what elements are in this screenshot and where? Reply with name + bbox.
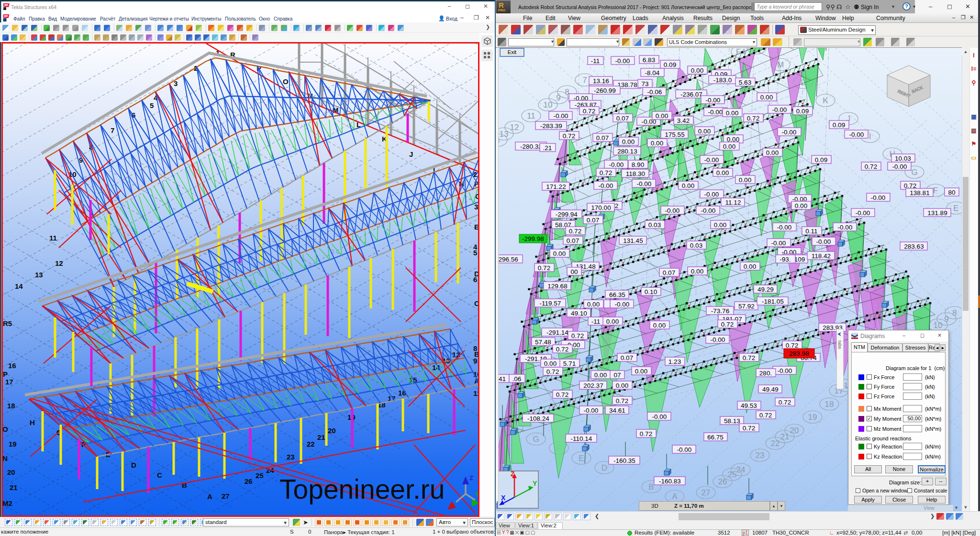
svg-text:0.72: 0.72 — [546, 368, 559, 375]
svg-text:-0.00: -0.00 — [665, 207, 680, 214]
svg-text:0.00: 0.00 — [682, 182, 694, 189]
svg-text:23: 23 — [756, 451, 765, 460]
svg-text:131.45: 131.45 — [623, 237, 643, 244]
svg-text:8.90: 8.90 — [632, 161, 644, 168]
svg-text:-181.05: -181.05 — [762, 298, 784, 305]
svg-text:0.07: 0.07 — [596, 134, 609, 142]
svg-text:11.12: 11.12 — [725, 199, 741, 206]
svg-text:-0.00: -0.00 — [772, 106, 787, 113]
svg-text:0.09: 0.09 — [664, 61, 676, 68]
svg-text:57.48: 57.48 — [535, 339, 551, 346]
svg-text:0.72: 0.72 — [600, 169, 612, 176]
svg-text:-0.00: -0.00 — [849, 131, 864, 138]
svg-text:-0.00: -0.00 — [871, 194, 886, 201]
svg-text:0.09: 0.09 — [833, 121, 845, 129]
svg-text:171.22: 171.22 — [546, 183, 566, 190]
svg-text:34.61: 34.61 — [609, 407, 625, 414]
svg-text:0.00: 0.00 — [723, 143, 735, 150]
svg-text:-0.00: -0.00 — [706, 97, 721, 104]
svg-text:0.07: 0.07 — [616, 115, 629, 122]
svg-text:-0.00: -0.00 — [856, 209, 870, 217]
svg-text:-280.32: -280.32 — [520, 143, 542, 150]
svg-text:0.07: 0.07 — [587, 217, 599, 224]
svg-text:19: 19 — [808, 413, 817, 422]
svg-text:-0.00: -0.00 — [615, 301, 630, 308]
svg-text:1.23: 1.23 — [668, 358, 681, 365]
svg-text:-0.00: -0.00 — [704, 191, 719, 198]
svg-text:131.89: 131.89 — [927, 209, 947, 217]
svg-text:0.72: 0.72 — [583, 108, 595, 115]
svg-text:27: 27 — [702, 488, 711, 497]
svg-text:0.03: 0.03 — [648, 221, 661, 229]
svg-text:-0.00: -0.00 — [584, 407, 599, 414]
svg-text:E: E — [953, 204, 958, 213]
svg-text:12: 12 — [510, 123, 519, 132]
svg-text:0.10: 0.10 — [645, 288, 657, 295]
svg-text:-93.: -93. — [780, 256, 791, 263]
svg-text:0.09: 0.09 — [815, 156, 827, 164]
svg-text:9: 9 — [556, 93, 560, 102]
svg-text:0.07: 0.07 — [663, 269, 675, 276]
svg-text:B: B — [648, 482, 654, 492]
svg-text:20: 20 — [790, 426, 799, 435]
svg-text:-0.00: -0.00 — [615, 57, 630, 65]
svg-text:10.03: 10.03 — [895, 155, 911, 162]
svg-text:-183.0: -183.0 — [713, 77, 732, 84]
svg-text:49.29: 49.29 — [757, 286, 774, 293]
svg-text:0.72: 0.72 — [538, 264, 550, 272]
svg-text:6.83: 6.83 — [643, 56, 655, 64]
svg-text:0.72: 0.72 — [721, 321, 734, 328]
svg-text:-0.00: -0.00 — [637, 180, 652, 187]
svg-text:0.03: 0.03 — [690, 242, 702, 249]
svg-text:-108.24: -108.24 — [527, 415, 549, 422]
svg-text:118.30: 118.30 — [626, 170, 645, 177]
svg-text:0.00: 0.00 — [616, 382, 628, 389]
svg-text:24: 24 — [736, 465, 746, 474]
svg-text:10: 10 — [544, 100, 553, 109]
svg-text:7: 7 — [582, 76, 587, 85]
svg-text:-11: -11 — [591, 318, 601, 325]
svg-text:202.37: 202.37 — [583, 382, 603, 389]
svg-text:-0.00: -0.00 — [652, 413, 667, 420]
svg-text:F: F — [933, 186, 938, 195]
svg-text:Y: Y — [533, 480, 537, 487]
svg-text:0.00: 0.00 — [622, 138, 635, 145]
svg-text:-0.00: -0.00 — [609, 161, 624, 168]
svg-text:0.00: 0.00 — [553, 250, 566, 257]
svg-text:-0.00: -0.00 — [838, 224, 853, 231]
svg-text:109: 109 — [794, 256, 805, 263]
svg-text:0.00: 0.00 — [635, 368, 647, 375]
svg-text:170.00: 170.00 — [591, 204, 611, 211]
svg-text:0.00: 0.00 — [726, 109, 738, 117]
svg-text:0.00: 0.00 — [691, 268, 703, 275]
svg-text:10: 10 — [934, 321, 943, 330]
svg-text:07: 07 — [613, 372, 621, 379]
svg-text:-73.76: -73.76 — [711, 307, 729, 315]
svg-text:0.00: 0.00 — [744, 263, 756, 270]
svg-text:-0.00: -0.00 — [708, 109, 723, 116]
svg-text:25: 25 — [728, 470, 737, 479]
svg-text:-0.00: -0.00 — [778, 367, 792, 374]
svg-text:0.00: 0.00 — [594, 372, 607, 379]
svg-text:5.71: 5.71 — [563, 360, 576, 367]
svg-text:0.72: 0.72 — [556, 346, 568, 353]
svg-text:73: 73 — [641, 80, 648, 88]
svg-text:0.72: 0.72 — [759, 412, 772, 419]
svg-text:-160.83: -160.83 — [659, 478, 681, 485]
svg-text:0.00: 0.00 — [739, 176, 751, 184]
svg-text:0.00: 0.00 — [653, 322, 666, 329]
svg-text:-11: -11 — [591, 57, 600, 65]
svg-text:0.72: 0.72 — [571, 332, 584, 339]
svg-text:0.72: 0.72 — [747, 115, 759, 122]
svg-text:-296.56: -296.56 — [496, 256, 518, 263]
svg-text:57.92: 57.92 — [738, 303, 755, 310]
svg-text:66.35: 66.35 — [609, 291, 625, 298]
svg-text:49.49: 49.49 — [762, 386, 779, 393]
svg-text:-0.00: -0.00 — [711, 336, 725, 343]
svg-text:-236.07: -236.07 — [680, 91, 702, 98]
svg-text:0.00: 0.00 — [606, 318, 619, 325]
svg-text:129.68: 129.68 — [547, 283, 567, 290]
svg-text:-0.00: -0.00 — [704, 156, 719, 164]
svg-text:0.00: 0.00 — [727, 136, 739, 143]
svg-text:-0.00: -0.00 — [701, 207, 716, 214]
